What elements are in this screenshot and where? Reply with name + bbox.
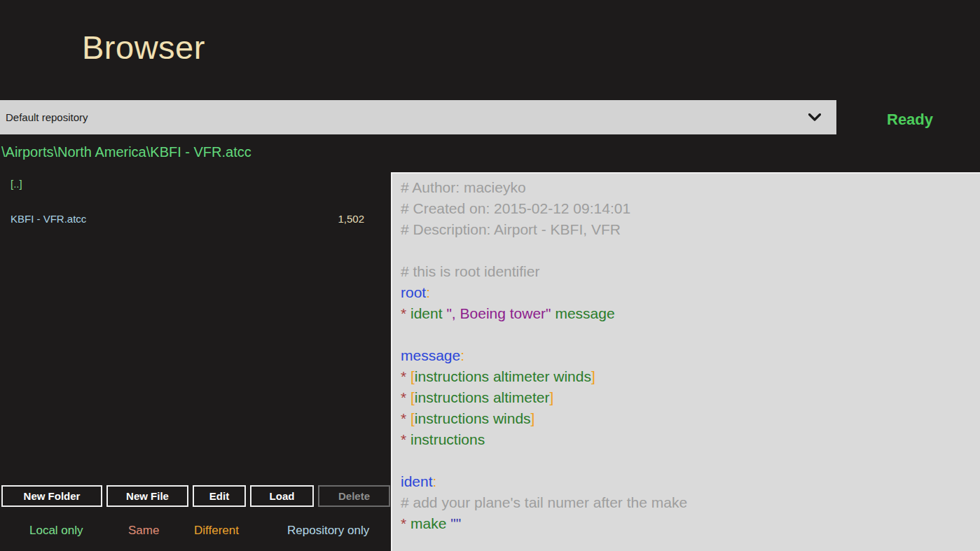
legend-same: Same [128, 524, 159, 538]
code-line: * [instructions winds] [401, 408, 974, 429]
file-list: [..]KBFI - VFR.atcc1,502 [0, 172, 378, 242]
load-button[interactable]: Load [250, 485, 314, 507]
code-line: # this is root identifier [401, 261, 974, 282]
code-line: message: [401, 345, 974, 366]
code-line: root: [401, 282, 974, 303]
code-line: * ident ", Boeing tower" message [401, 303, 974, 324]
code-line: ident: [401, 471, 974, 492]
code-line [401, 324, 974, 345]
code-line: # add your plane's tail numer after the … [401, 492, 974, 513]
legend-repository-only: Repository only [287, 524, 369, 538]
chevron-down-icon [808, 113, 821, 122]
file-status-legend: Local onlySameDifferentRepository only [0, 524, 391, 542]
file-preview-editor[interactable]: # Author: macieyko# Created on: 2015-02-… [391, 172, 980, 551]
new-folder-button[interactable]: New Folder [1, 485, 102, 507]
code-line: * make "" [401, 513, 974, 534]
file-name: [..] [11, 178, 22, 190]
edit-button[interactable]: Edit [193, 485, 246, 507]
code-line: * [instructions altimeter winds] [401, 366, 974, 387]
new-file-button[interactable]: New File [106, 485, 188, 507]
legend-different: Different [194, 524, 239, 538]
page-title: Browser [82, 28, 205, 67]
repository-dropdown-value: Default repository [6, 111, 808, 123]
browser-window: Browser Default repository Ready \Airpor… [0, 0, 980, 551]
code-line: * [instructions altimeter] [401, 387, 974, 408]
code-line: # Author: macieyko [401, 177, 974, 198]
file-row-kbfi-vfr-atcc[interactable]: KBFI - VFR.atcc1,502 [0, 207, 378, 242]
code-line [401, 450, 974, 471]
status-badge: Ready [887, 111, 933, 129]
file-row-[interactable]: [..] [0, 172, 378, 207]
file-size: 1,502 [338, 213, 364, 225]
breadcrumb: \Airports\North America\KBFI - VFR.atcc [1, 144, 251, 160]
code-line: # Created on: 2015-02-12 09:14:01 [401, 198, 974, 219]
code-line: # Description: Airport - KBFI, VFR [401, 219, 974, 240]
code-line: * instructions [401, 429, 974, 450]
toolbar: New FolderNew FileEditLoadDelete [1, 485, 390, 507]
file-name: KBFI - VFR.atcc [11, 213, 86, 225]
repository-dropdown[interactable]: Default repository [0, 100, 836, 134]
delete-button: Delete [318, 485, 390, 507]
legend-local-only: Local only [29, 524, 83, 538]
code-line [401, 240, 974, 261]
